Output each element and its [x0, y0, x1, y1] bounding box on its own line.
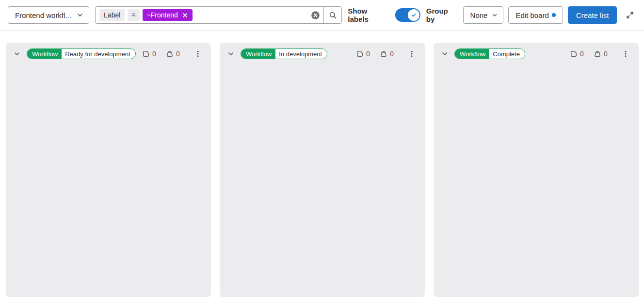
- filter-token-value-text: ~Frontend: [147, 11, 178, 19]
- board-switcher-dropdown[interactable]: Frontend workfl...: [8, 6, 89, 24]
- label-value: In development: [275, 49, 327, 59]
- label-value: Complete: [489, 49, 525, 59]
- group-by-value: None: [470, 11, 488, 19]
- issues-icon: [142, 50, 150, 58]
- weight-icon: [380, 50, 387, 58]
- filter-tokens: Label = ~Frontend: [96, 9, 307, 21]
- kebab-menu-icon: [408, 50, 416, 58]
- board-toolbar: Frontend workfl... Label = ~Frontend: [0, 0, 644, 31]
- issue-board: Workflow Ready for development 0 0: [0, 31, 644, 297]
- weight-count: 0: [390, 50, 395, 58]
- column-header: Workflow In development 0 0: [220, 43, 425, 64]
- board-column-in-development: Workflow In development 0 0: [220, 43, 425, 297]
- filter-token-key[interactable]: Label: [99, 9, 125, 21]
- column-header: Workflow Ready for development 0 0: [6, 43, 211, 64]
- issue-count: 0: [152, 50, 157, 58]
- column-menu-button[interactable]: [193, 48, 202, 59]
- kebab-menu-icon: [194, 50, 202, 58]
- edit-board-button[interactable]: Edit board: [508, 6, 563, 24]
- expand-board-button[interactable]: [624, 9, 636, 21]
- weight-icon: [166, 50, 174, 58]
- expand-icon: [626, 11, 634, 19]
- column-header: Workflow Complete 0 0: [434, 43, 639, 64]
- show-labels-toggle[interactable]: [395, 8, 420, 22]
- board-switcher-label: Frontend workfl...: [15, 11, 71, 19]
- toggle-knob: [408, 9, 419, 21]
- weight-count: 0: [176, 50, 181, 58]
- chevron-down-icon: [491, 12, 498, 18]
- column-menu-button[interactable]: [407, 48, 416, 59]
- label-value: Ready for development: [62, 49, 135, 59]
- column-menu-button[interactable]: [621, 48, 630, 59]
- kebab-menu-icon: [622, 50, 629, 58]
- filter-token-operator[interactable]: =: [128, 9, 139, 21]
- collapse-column-button[interactable]: [227, 50, 235, 58]
- column-meta: 0 0: [570, 50, 609, 58]
- issue-count: 0: [366, 50, 371, 58]
- board-column-complete: Workflow Complete 0 0: [434, 43, 639, 297]
- column-scoped-label: Workflow In development: [241, 48, 327, 59]
- clear-icon: [311, 11, 320, 20]
- weight-count: 0: [604, 50, 609, 58]
- edit-board-label: Edit board: [515, 11, 548, 19]
- chevron-down-icon: [227, 50, 235, 58]
- check-icon: [410, 12, 417, 18]
- close-icon[interactable]: [182, 12, 188, 18]
- collapse-column-button[interactable]: [441, 50, 449, 58]
- filter-token-value[interactable]: ~Frontend: [143, 9, 193, 21]
- column-scoped-label: Workflow Complete: [454, 48, 525, 59]
- group-by-dropdown[interactable]: None: [463, 6, 504, 24]
- issues-icon: [356, 50, 364, 58]
- create-list-label: Create list: [576, 11, 609, 19]
- filter-bar[interactable]: Label = ~Frontend: [95, 6, 342, 24]
- notification-dot: [552, 13, 556, 17]
- show-labels-label: Show labels: [348, 7, 389, 23]
- board-column-ready-for-development: Workflow Ready for development 0 0: [6, 43, 211, 297]
- group-by-label: Group by: [426, 7, 458, 23]
- issue-count: 0: [580, 50, 585, 58]
- create-list-button[interactable]: Create list: [568, 6, 617, 24]
- column-scoped-label: Workflow Ready for development: [27, 48, 136, 59]
- chevron-down-icon: [13, 50, 21, 58]
- column-meta: 0 0: [142, 50, 181, 58]
- label-scope: Workflow: [27, 49, 62, 59]
- clear-search-button[interactable]: [307, 7, 323, 23]
- collapse-column-button[interactable]: [13, 50, 21, 58]
- issues-icon: [570, 50, 578, 58]
- search-icon: [329, 11, 337, 19]
- chevron-down-icon: [76, 11, 84, 19]
- weight-icon: [594, 50, 601, 58]
- search-button[interactable]: [324, 7, 341, 23]
- label-scope: Workflow: [241, 49, 275, 59]
- label-scope: Workflow: [455, 49, 489, 59]
- chevron-down-icon: [441, 50, 449, 58]
- column-meta: 0 0: [356, 50, 395, 58]
